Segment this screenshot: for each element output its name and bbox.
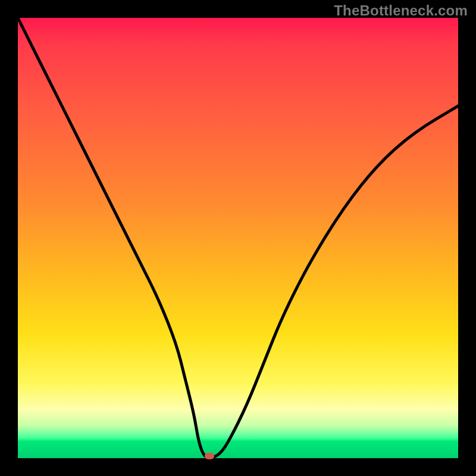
minimum-marker — [205, 453, 214, 459]
plot-area — [18, 18, 458, 458]
watermark-text: TheBottleneck.com — [334, 2, 468, 19]
chart-frame: TheBottleneck.com — [0, 0, 476, 476]
bottleneck-curve — [18, 18, 458, 458]
